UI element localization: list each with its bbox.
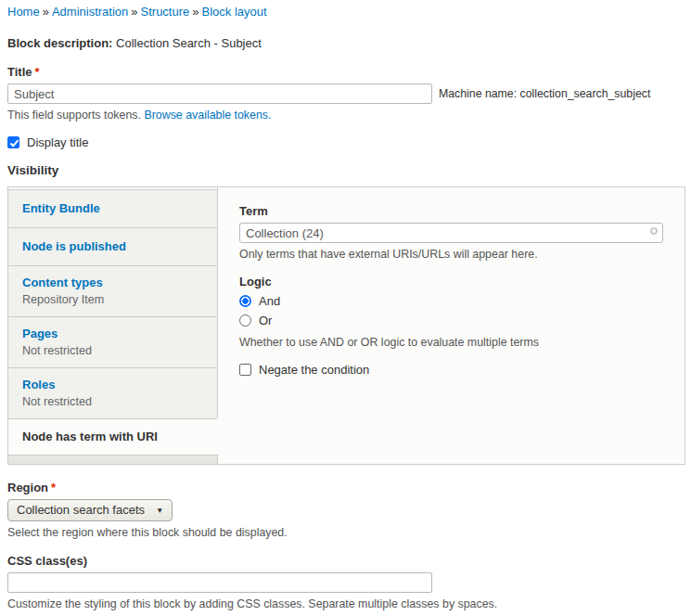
- tab-summary: Not restricted: [22, 394, 203, 409]
- required-marker: *: [51, 481, 56, 494]
- title-label: Title: [7, 65, 32, 79]
- logic-and-label: And: [259, 294, 280, 308]
- block-description: Block description: Collection Search - S…: [7, 36, 684, 50]
- tab-label: Node has term with URI: [22, 430, 203, 444]
- block-description-value: Collection Search - Subject: [116, 36, 262, 50]
- breadcrumb-link-home[interactable]: Home: [7, 5, 40, 19]
- logic-option-and: And: [239, 294, 663, 308]
- region-help-text: Select the region where this block shoul…: [7, 526, 684, 539]
- negate-condition-checkbox[interactable]: [239, 364, 251, 376]
- tab-entity-bundle[interactable]: Entity Bundle: [8, 189, 217, 227]
- tab-label: Entity Bundle: [22, 201, 203, 216]
- required-marker: *: [35, 65, 40, 79]
- visibility-tab-menu: Entity Bundle Node is published Content …: [8, 187, 218, 464]
- tab-label: Roles: [22, 378, 203, 392]
- tab-label: Content types: [22, 276, 203, 290]
- display-title-checkbox[interactable]: [7, 136, 19, 148]
- logic-or-label: Or: [259, 314, 272, 327]
- region-label: Region: [7, 481, 48, 494]
- tab-menu-cut-strip: [8, 455, 217, 464]
- logic-option-or: Or: [239, 314, 663, 327]
- visibility-vertical-tabs: Entity Bundle Node is published Content …: [7, 186, 685, 465]
- block-configure-page: Home»Administration»Structure»Block layo…: [0, 0, 691, 616]
- negate-condition-row: Negate the condition: [239, 363, 663, 377]
- display-title-label: Display title: [27, 135, 88, 149]
- tab-content-types[interactable]: Content types Repository Item: [8, 265, 217, 316]
- tab-node-has-term-with-uri[interactable]: Node has term with URI: [8, 418, 217, 455]
- css-classes-section: CSS class(es) Customize the styling of t…: [7, 554, 684, 610]
- autocomplete-throbber-icon: [650, 227, 658, 235]
- tab-pages[interactable]: Pages Not restricted: [8, 316, 217, 367]
- tab-label: Pages: [22, 327, 203, 341]
- logic-and-radio[interactable]: [239, 295, 251, 307]
- block-description-label: Block description:: [7, 36, 112, 50]
- breadcrumb-separator: »: [131, 5, 137, 19]
- logic-label: Logic: [239, 275, 663, 289]
- region-select[interactable]: Collection search facets ▼: [7, 499, 173, 521]
- css-classes-help-text: Customize the styling of this block by a…: [7, 597, 684, 610]
- tab-label: Node is published: [22, 239, 203, 254]
- breadcrumb-link-structure[interactable]: Structure: [141, 5, 190, 19]
- machine-name-text: Machine name: collection_search_subject: [439, 87, 650, 100]
- negate-condition-label: Negate the condition: [259, 363, 369, 377]
- region-select-value: Collection search facets: [17, 503, 145, 517]
- logic-help-text: Whether to use AND or OR logic to evalua…: [239, 336, 663, 349]
- region-field-section: Region* Collection search facets ▼ Selec…: [7, 481, 684, 539]
- css-classes-label: CSS class(es): [7, 554, 684, 568]
- breadcrumb-separator: »: [43, 5, 49, 19]
- display-title-row: Display title: [7, 135, 684, 149]
- browse-tokens-link[interactable]: Browse available tokens.: [144, 109, 271, 122]
- tab-summary: Repository Item: [22, 292, 203, 307]
- tab-node-is-published[interactable]: Node is published: [8, 227, 217, 265]
- title-input[interactable]: [7, 83, 432, 104]
- breadcrumb: Home»Administration»Structure»Block layo…: [7, 5, 684, 19]
- title-field-section: Title* Machine name: collection_search_s…: [7, 65, 684, 122]
- logic-or-radio[interactable]: [239, 314, 251, 327]
- css-classes-input[interactable]: [7, 572, 432, 593]
- breadcrumb-link-administration[interactable]: Administration: [52, 5, 128, 19]
- term-label: Term: [239, 204, 663, 218]
- visibility-heading: Visibility: [7, 163, 684, 177]
- tab-summary: Not restricted: [22, 343, 203, 358]
- term-help-text: Only terms that have external URIs/URLs …: [239, 248, 663, 261]
- title-help-text: This field supports tokens.: [7, 109, 141, 122]
- breadcrumb-separator: »: [192, 5, 198, 19]
- tab-roles[interactable]: Roles Not restricted: [8, 367, 217, 418]
- chevron-down-icon: ▼: [156, 506, 163, 515]
- term-autocomplete-input[interactable]: [239, 223, 663, 243]
- breadcrumb-link-block-layout[interactable]: Block layout: [202, 5, 267, 19]
- visibility-tab-pane: Term Only terms that have external URIs/…: [218, 187, 685, 464]
